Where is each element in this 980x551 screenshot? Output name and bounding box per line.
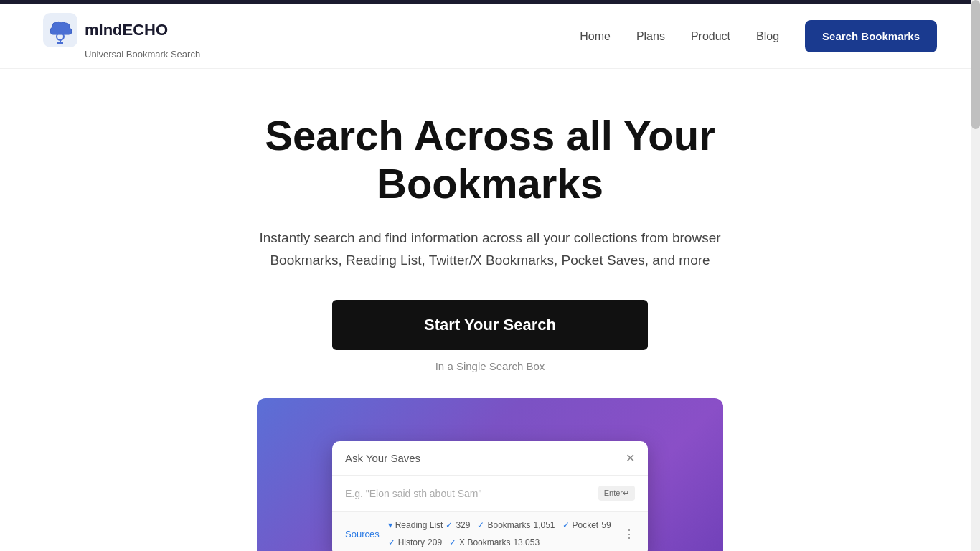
source-bookmarks: ✓ Bookmarks 1,051	[477, 520, 555, 530]
nav-product[interactable]: Product	[691, 30, 730, 43]
nav-blog[interactable]: Blog	[756, 30, 779, 43]
search-dialog-footer: Sources ▾ Reading List ✓ 329 ✓ Bookmarks…	[332, 512, 648, 551]
pocket-check-icon: ✓	[562, 520, 570, 530]
search-dialog-placeholder: E.g. "Elon said sth about Sam"	[345, 488, 482, 499]
source-reading-list: ▾ Reading List ✓ 329	[388, 520, 471, 530]
nav-home[interactable]: Home	[580, 30, 611, 43]
enter-key-label: Enter↵	[598, 486, 635, 501]
x-bookmarks-name: X Bookmarks	[459, 537, 510, 547]
more-options-icon[interactable]: ⋮	[623, 527, 635, 541]
search-dialog-header: Ask Your Saves ✕	[332, 441, 648, 476]
search-dialog-close-icon[interactable]: ✕	[626, 451, 635, 465]
reading-list-check-circle-icon: ✓	[446, 520, 453, 530]
bookmarks-name: Bookmarks	[487, 520, 530, 530]
search-dialog-input-area: E.g. "Elon said sth about Sam" Enter↵	[332, 476, 648, 512]
brand-logo-icon	[43, 13, 77, 47]
pocket-name: Pocket	[573, 520, 599, 530]
history-name: History	[398, 537, 425, 547]
sources-tags: ▾ Reading List ✓ 329 ✓ Bookmarks 1,051 ✓…	[388, 520, 623, 547]
source-pocket: ✓ Pocket 59	[562, 520, 611, 530]
scrollbar-thumb[interactable]	[971, 0, 980, 129]
source-history: ✓ History 209	[388, 537, 442, 547]
x-bookmarks-check-icon: ✓	[449, 537, 456, 547]
bookmarks-check-icon: ✓	[477, 520, 484, 530]
scrollbar[interactable]	[971, 0, 980, 551]
hero-title: Search Across all Your Bookmarks	[167, 112, 813, 207]
search-dialog: Ask Your Saves ✕ E.g. "Elon said sth abo…	[332, 441, 648, 551]
hero-subtitle: Instantly search and find information ac…	[239, 227, 741, 271]
history-count: 209	[428, 537, 442, 547]
navbar: mIndECHO Universal Bookmark Search Home …	[0, 4, 980, 69]
sources-label: Sources	[345, 529, 380, 540]
brand-top: mIndECHO	[43, 13, 168, 47]
nav-links: Home Plans Product Blog Search Bookmarks	[580, 20, 937, 52]
search-bookmarks-button[interactable]: Search Bookmarks	[805, 20, 937, 52]
brand-tagline: Universal Bookmark Search	[85, 49, 200, 60]
x-bookmarks-count: 13,053	[513, 537, 540, 547]
source-x-bookmarks: ✓ X Bookmarks 13,053	[449, 537, 540, 547]
reading-list-check-icon: ▾	[388, 520, 392, 530]
reading-list-count: 329	[456, 520, 470, 530]
hero-section: Search Across all Your Bookmarks Instant…	[0, 69, 980, 551]
reading-list-name: Reading List	[395, 520, 443, 530]
nav-plans[interactable]: Plans	[636, 30, 665, 43]
search-dialog-title: Ask Your Saves	[345, 452, 420, 464]
start-search-button[interactable]: Start Your Search	[332, 300, 648, 350]
bookmarks-count: 1,051	[533, 520, 555, 530]
brand-name: mIndECHO	[85, 21, 168, 39]
pocket-count: 59	[601, 520, 611, 530]
hero-sub-cta: In a Single Search Box	[435, 360, 545, 372]
history-check-icon: ✓	[388, 537, 395, 547]
brand: mIndECHO Universal Bookmark Search	[43, 13, 200, 60]
product-preview: Ask Your Saves ✕ E.g. "Elon said sth abo…	[257, 398, 723, 551]
